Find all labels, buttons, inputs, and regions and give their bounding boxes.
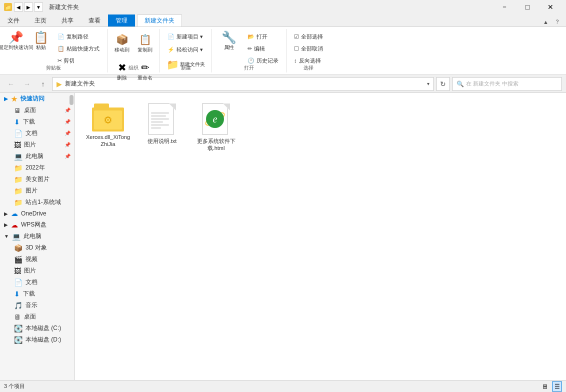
- address-bar[interactable]: ▶ 新建文件夹 ▾: [52, 77, 434, 91]
- sidebar-item-documents[interactable]: 📄 文档 📌: [0, 128, 74, 139]
- download-filename: 更多系统软件下载.html: [194, 138, 238, 152]
- quick-access-nav-btn3[interactable]: ▼: [34, 2, 43, 12]
- sidebar-scrollbar[interactable]: [70, 95, 74, 105]
- thispc-pin-icon: 📌: [64, 154, 70, 159]
- quick-access-nav-btn[interactable]: ◀: [14, 2, 23, 12]
- file-item-readme[interactable]: 使用说明.txt: [137, 101, 187, 154]
- statusbar: 3 个项目 ⊞ ☰: [0, 380, 566, 392]
- wps-chevron: ▶: [4, 222, 8, 228]
- copy-path-icon: 📄: [58, 34, 64, 40]
- sidebar-item-quickaccess[interactable]: ▶ ★ 快速访问: [0, 93, 74, 104]
- sidebar-item-desktop[interactable]: 🖥 桌面 📌: [0, 104, 74, 116]
- copy-to-button[interactable]: 📋 复制到: [134, 31, 156, 56]
- refresh-button[interactable]: ↻: [436, 77, 450, 91]
- tab-view[interactable]: 查看: [81, 14, 108, 26]
- delete-button[interactable]: ✖ 删除: [112, 59, 132, 84]
- search-placeholder: 在 新建文件夹 中搜索: [466, 80, 518, 88]
- open-button[interactable]: 📂 打开: [244, 31, 282, 42]
- back-button[interactable]: ←: [4, 77, 18, 91]
- diskd-icon: 💽: [14, 336, 22, 344]
- quick-access-nav-btn2[interactable]: ▶: [24, 2, 33, 12]
- view-list-button[interactable]: ☰: [552, 382, 562, 392]
- sidebar-item-documents2[interactable]: 📄 文档: [0, 276, 74, 288]
- sidebar-item-2022[interactable]: 📁 2022年: [0, 162, 74, 174]
- pin-to-quickaccess-button[interactable]: 📌 固定到快速访问: [4, 29, 28, 53]
- sidebar-item-pictures3[interactable]: 🖼 图片: [0, 265, 74, 276]
- move-to-button[interactable]: 📦 移动到: [112, 31, 132, 56]
- downloads2-icon: ⬇: [14, 290, 20, 298]
- status-view-buttons: ⊞ ☰: [540, 382, 562, 392]
- sidebar-item-pictures[interactable]: 🖼 图片 📌: [0, 139, 74, 150]
- select-none-button[interactable]: ☐ 全部取消: [290, 43, 326, 54]
- paste-button[interactable]: 📋 粘贴: [30, 29, 52, 53]
- view-grid-button[interactable]: ⊞: [540, 382, 550, 392]
- titlebar-nav: ◀ ▶ ▼: [14, 2, 43, 12]
- copy-path-button[interactable]: 📄 复制路径: [54, 31, 103, 42]
- downloads-pin-icon: 📌: [64, 119, 70, 124]
- tab-newtab[interactable]: 新建文件夹: [137, 14, 182, 26]
- sidebar-item-onedrive[interactable]: ▶ ☁ OneDrive: [0, 208, 74, 219]
- sidebar-item-desktop2[interactable]: 🖥 桌面: [0, 311, 74, 322]
- downloads-icon: ⬇: [14, 118, 20, 126]
- sidebar-item-station[interactable]: 📁 站点1-系统域: [0, 196, 74, 208]
- rename-button[interactable]: ✏ 重命名: [134, 59, 156, 84]
- edit-icon: ✏: [248, 46, 252, 52]
- thispc2-chevron: ▼: [4, 234, 9, 239]
- search-bar[interactable]: 🔍 在 新建文件夹 中搜索: [452, 77, 562, 91]
- organize-content: 📦 移动到 📋 复制到 ✖ 删除 ✏ 重命名: [112, 29, 156, 91]
- tab-manage[interactable]: 管理: [108, 14, 135, 26]
- video-icon: 🎬: [14, 256, 22, 264]
- new-item-icon: 📄: [168, 34, 174, 40]
- sidebar-item-video[interactable]: 🎬 视频: [0, 254, 74, 265]
- sidebar-item-downloads2[interactable]: ⬇ 下载: [0, 288, 74, 300]
- sidebar-item-3d[interactable]: 📦 3D 对象: [0, 242, 74, 254]
- tab-share[interactable]: 共享: [54, 14, 81, 26]
- xerces-filename: Xerces.dll_XiTongZhiJia: [86, 134, 130, 148]
- html-file-icon: e: [202, 104, 230, 136]
- status-count: 3 个项目: [4, 382, 25, 390]
- ribbon-expand-btn[interactable]: ▲: [541, 18, 550, 26]
- minimize-button[interactable]: －: [493, 0, 516, 14]
- sidebar-item-thispc[interactable]: 💻 此电脑 📌: [0, 150, 74, 162]
- music-icon: 🎵: [14, 302, 22, 310]
- file-item-download[interactable]: e 更多系统软件下载.html: [191, 101, 241, 154]
- sidebar-item-beauties[interactable]: 📁 美女图片: [0, 174, 74, 185]
- open-label: 打开: [212, 64, 286, 72]
- ribbon-group-organize: 📦 移动到 📋 复制到 ✖ 删除 ✏ 重命名: [108, 29, 160, 72]
- sidebar-item-thispc2[interactable]: ▼ 💻 此电脑: [0, 230, 74, 242]
- file-item-xerces[interactable]: ⚙ Xerces.dll_XiTongZhiJia: [83, 101, 133, 154]
- sidebar: ▶ ★ 快速访问 🖥 桌面 📌 ⬇ 下载 📌 📄 文档 📌 🖼 图片 📌: [0, 93, 75, 380]
- forward-button[interactable]: →: [20, 77, 34, 91]
- invert-icon: ↕: [294, 58, 297, 64]
- address-chevron-icon[interactable]: ▾: [427, 81, 430, 86]
- properties-button[interactable]: 🔧 属性: [216, 29, 242, 53]
- sidebar-item-pictures2[interactable]: 📁 图片: [0, 185, 74, 196]
- close-button[interactable]: ✕: [539, 0, 562, 14]
- edit-button[interactable]: ✏ 编辑: [244, 43, 282, 54]
- paste-icon: 📋: [34, 32, 48, 44]
- new-item-button[interactable]: 📄 新建项目 ▾: [164, 31, 208, 42]
- desktop-icon: 🖥: [14, 106, 21, 114]
- select-all-icon: ☑: [294, 34, 299, 40]
- easy-access-icon: ⚡: [168, 46, 174, 53]
- maximize-button[interactable]: □: [516, 0, 539, 14]
- wps-icon: ☁: [11, 221, 18, 229]
- ribbon-help-btn[interactable]: ？: [552, 17, 562, 26]
- onedrive-icon: ☁: [11, 210, 18, 218]
- sidebar-item-music[interactable]: 🎵 音乐: [0, 300, 74, 311]
- sidebar-item-downloads[interactable]: ⬇ 下载 📌: [0, 116, 74, 128]
- tab-file[interactable]: 文件: [0, 14, 27, 26]
- easy-access-button[interactable]: ⚡ 轻松访问 ▾: [164, 44, 208, 55]
- tab-home[interactable]: 主页: [27, 14, 54, 26]
- sidebar-item-wps[interactable]: ▶ ☁ WPS网盘: [0, 219, 74, 230]
- sidebar-item-diskc[interactable]: 💽 本地磁盘 (C:): [0, 322, 74, 334]
- ribbon-extra: ▲ ？: [541, 17, 566, 26]
- select-all-button[interactable]: ☑ 全部选择: [290, 31, 326, 42]
- sidebar-item-diskd[interactable]: 💽 本地磁盘 (D:): [0, 334, 74, 346]
- txt-file-icon: [148, 104, 176, 136]
- up-button[interactable]: ↑: [36, 77, 50, 91]
- pictures-icon: 🖼: [14, 141, 21, 149]
- 3d-icon: 📦: [14, 244, 22, 252]
- desktop2-icon: 🖥: [14, 313, 21, 321]
- paste-shortcut-button[interactable]: 📋 粘贴快捷方式: [54, 43, 103, 54]
